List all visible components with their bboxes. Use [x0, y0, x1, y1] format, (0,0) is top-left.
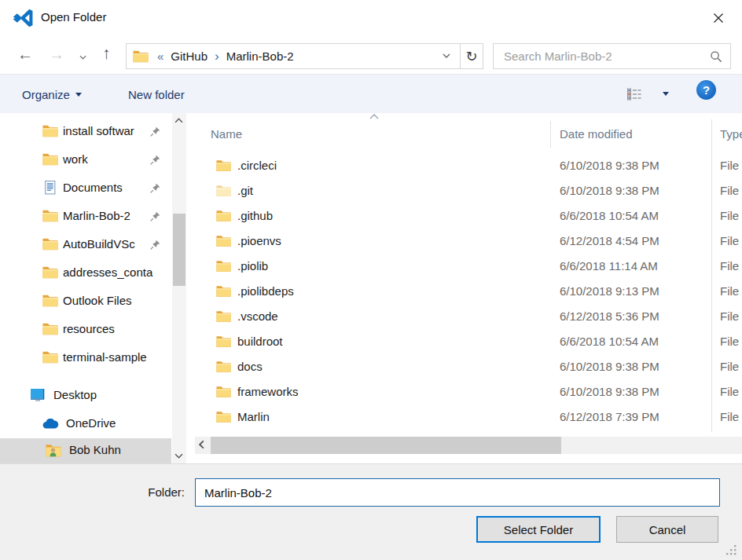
folder-icon — [216, 361, 231, 373]
sidebar-item-outlook-files[interactable]: Outlook Files — [0, 287, 171, 316]
file-list: Name Date modified Type .circleci 6/10/2… — [195, 113, 742, 463]
breadcrumb-parent[interactable]: GitHub — [171, 49, 208, 63]
pin-icon — [150, 240, 160, 250]
history-chevron-icon[interactable] — [79, 55, 86, 60]
sidebar-item-work[interactable]: work — [0, 146, 171, 174]
folder-icon — [42, 210, 58, 222]
sidebar-item-marlin-bob-2[interactable]: Marlin-Bob-2 — [0, 203, 171, 231]
column-header-date-modified[interactable]: Date modified — [560, 127, 633, 141]
close-button[interactable] — [704, 6, 733, 30]
sidebar-item-autobuildvsc[interactable]: AutoBuildVSc — [0, 231, 171, 259]
help-button[interactable]: ? — [696, 80, 716, 100]
horizontal-scrollbar[interactable] — [195, 437, 742, 454]
documents-icon — [43, 181, 57, 195]
address-dropdown-icon[interactable] — [443, 53, 450, 58]
column-header-name[interactable]: Name — [211, 127, 242, 141]
main-area: install softwar work Documents Marlin-Bo… — [0, 113, 742, 463]
sidebar-item-desktop[interactable]: Desktop — [0, 382, 171, 410]
column-headers: Name Date modified Type — [195, 118, 742, 149]
column-separator[interactable] — [550, 121, 551, 148]
view-caret-icon[interactable] — [663, 92, 669, 96]
folder-icon — [42, 323, 58, 335]
dialog-footer: Folder: Select Folder Cancel — [0, 463, 742, 560]
scroll-up-icon[interactable] — [174, 118, 183, 123]
folder-icon — [216, 185, 231, 197]
file-row-marlin[interactable]: Marlin 6/12/2018 7:39 PM File — [195, 405, 742, 430]
folder-icon — [216, 260, 231, 273]
scroll-left-icon[interactable] — [199, 440, 204, 449]
close-icon — [713, 13, 724, 24]
search-box — [493, 43, 731, 69]
folder-icon — [216, 159, 231, 172]
file-row-buildroot[interactable]: buildroot 6/6/2018 10:54 AM File — [195, 330, 742, 355]
file-row-frameworks[interactable]: frameworks 6/10/2018 9:38 PM File — [195, 380, 742, 405]
folder-icon — [42, 238, 58, 251]
scrollbar-thumb[interactable] — [173, 214, 186, 286]
sidebar-item-onedrive[interactable]: OneDrive — [0, 410, 171, 438]
folder-icon — [216, 335, 231, 348]
scrollbar-thumb[interactable] — [211, 437, 561, 454]
file-row-piolibdeps[interactable]: .piolibdeps 6/10/2018 9:13 PM File — [195, 280, 742, 305]
up-button[interactable]: ↑ — [102, 45, 111, 61]
file-row-pioenvs[interactable]: .pioenvs 6/12/2018 4:54 PM File — [195, 229, 742, 254]
pin-icon — [150, 126, 160, 137]
help-icon: ? — [703, 83, 710, 97]
forward-button[interactable]: → — [49, 46, 64, 62]
folder-icon — [216, 285, 231, 298]
user-folder-icon — [46, 444, 61, 457]
file-row-vscode[interactable]: .vscode 6/12/2018 5:36 PM File — [195, 305, 742, 330]
desktop-icon — [30, 388, 46, 402]
caret-down-icon — [75, 93, 82, 97]
select-folder-button[interactable]: Select Folder — [476, 516, 601, 543]
breadcrumb-current[interactable]: Marlin-Bob-2 — [226, 49, 294, 63]
resize-grip[interactable] — [726, 545, 737, 556]
folder-icon — [42, 266, 58, 279]
folder-icon — [42, 295, 58, 307]
refresh-icon: ↻ — [465, 48, 477, 65]
pin-icon — [150, 183, 160, 193]
refresh-button[interactable]: ↻ — [460, 43, 483, 69]
sidebar-item-documents[interactable]: Documents — [0, 174, 171, 203]
folder-icon — [216, 235, 231, 247]
window-title: Open Folder — [41, 10, 106, 24]
sidebar-item-install-software[interactable]: install softwar — [0, 118, 171, 146]
pin-icon — [150, 155, 160, 165]
breadcrumb-separator-icon: › — [215, 49, 219, 63]
sidebar-scrollbar[interactable] — [172, 113, 186, 463]
open-folder-dialog: Open Folder ← → ↑ « GitHub › Marlin-Bob-… — [0, 0, 742, 560]
folder-icon — [42, 125, 58, 137]
folder-icon — [216, 310, 231, 323]
breadcrumb-overflow[interactable]: « — [157, 49, 163, 63]
folder-icon — [216, 386, 231, 398]
file-row-circleci[interactable]: .circleci 6/10/2018 9:38 PM File — [195, 154, 742, 179]
sidebar-item-bob-kuhn[interactable]: Bob Kuhn — [0, 438, 171, 463]
file-row-github[interactable]: .github 6/6/2018 10:54 AM File — [195, 204, 742, 229]
back-button[interactable]: ← — [17, 46, 33, 62]
title-bar: Open Folder — [0, 0, 742, 36]
folder-label: Folder: — [110, 485, 185, 499]
folder-name-input[interactable] — [195, 478, 720, 507]
sidebar-item-resources[interactable]: resources — [0, 316, 171, 344]
address-bar[interactable]: « GitHub › Marlin-Bob-2 — [126, 43, 461, 69]
search-icon[interactable] — [710, 50, 722, 63]
vscode-icon — [13, 8, 33, 28]
scroll-down-icon[interactable] — [174, 453, 183, 459]
folder-icon — [216, 411, 231, 423]
search-input[interactable] — [502, 45, 707, 68]
pin-icon — [150, 211, 160, 221]
file-row-piolib[interactable]: .piolib 6/6/2018 11:14 AM File — [195, 254, 742, 280]
column-header-type[interactable]: Type — [720, 127, 742, 141]
file-row-docs[interactable]: docs 6/10/2018 9:38 PM File — [195, 355, 742, 380]
folder-icon — [133, 50, 149, 63]
organize-button[interactable]: Organize — [22, 75, 82, 114]
new-folder-button[interactable]: New folder — [128, 75, 185, 114]
folder-icon — [42, 351, 58, 364]
navigation-bar: ← → ↑ « GitHub › Marlin-Bob-2 ↻ — [0, 36, 742, 74]
details-view-icon[interactable] — [627, 87, 641, 101]
cancel-button[interactable]: Cancel — [616, 516, 718, 543]
file-row-git[interactable]: .git 6/10/2018 9:38 PM File — [195, 179, 742, 204]
command-bar: Organize New folder ? — [0, 74, 742, 113]
navigation-pane: install softwar work Documents Marlin-Bo… — [0, 113, 171, 463]
sidebar-item-addresses-contacts[interactable]: addresses_conta — [0, 259, 171, 287]
sidebar-item-terminal-sample[interactable]: terminal-sample — [0, 344, 171, 372]
